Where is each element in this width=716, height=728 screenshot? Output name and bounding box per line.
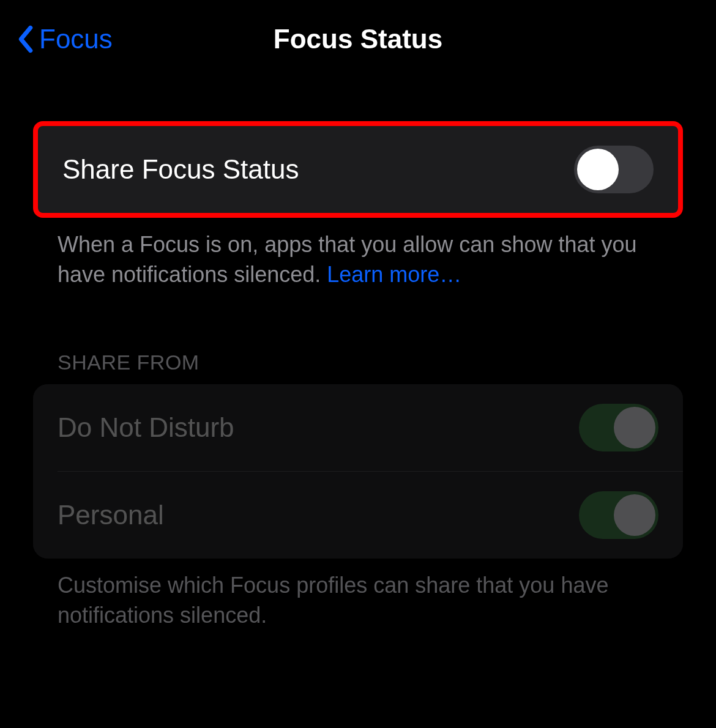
share-focus-status-label: Share Focus Status xyxy=(62,154,299,185)
toggle-knob xyxy=(614,494,655,536)
toggle-knob xyxy=(614,407,655,448)
share-from-header: SHARE FROM xyxy=(33,351,683,384)
share-focus-status-row: Share Focus Status xyxy=(38,126,678,213)
share-focus-status-footer: When a Focus is on, apps that you allow … xyxy=(33,218,683,289)
share-from-group: Do Not Disturb Personal xyxy=(33,384,683,559)
share-from-item-personal: Personal xyxy=(33,472,683,559)
personal-toggle[interactable] xyxy=(579,491,658,539)
share-from-item-do-not-disturb: Do Not Disturb xyxy=(33,384,683,471)
learn-more-link[interactable]: Learn more… xyxy=(327,262,461,287)
share-focus-status-group: Share Focus Status xyxy=(33,121,683,218)
do-not-disturb-toggle[interactable] xyxy=(579,404,658,451)
back-button[interactable]: Focus xyxy=(17,24,113,54)
share-from-footer: Customise which Focus profiles can share… xyxy=(33,559,683,630)
content-area: Share Focus Status When a Focus is on, a… xyxy=(0,78,716,630)
share-from-item-label: Do Not Disturb xyxy=(58,412,234,443)
chevron-left-icon xyxy=(17,24,34,54)
share-from-item-label: Personal xyxy=(58,500,164,530)
back-label: Focus xyxy=(39,24,113,54)
toggle-knob xyxy=(577,149,619,190)
navigation-bar: Focus Focus Status xyxy=(0,0,716,78)
share-focus-status-toggle[interactable] xyxy=(574,146,654,193)
page-title: Focus Status xyxy=(274,24,442,54)
